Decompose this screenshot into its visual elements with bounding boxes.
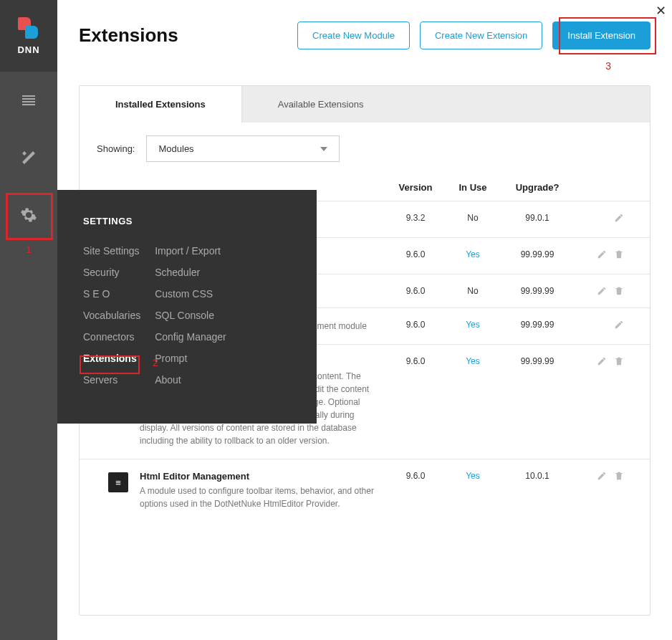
row-inuse: No	[467, 213, 478, 223]
filter-dropdown[interactable]: Modules	[146, 135, 340, 162]
col-inuse: In Use	[448, 182, 498, 193]
flyout-link-import-export[interactable]: Import / Export	[155, 245, 226, 257]
flyout-link-sql-console[interactable]: SQL Console	[155, 310, 226, 321]
svg-rect-0	[22, 95, 35, 97]
row-upgrade: 10.0.1	[498, 471, 577, 510]
flyout-link-servers[interactable]: Servers	[83, 374, 140, 386]
svg-rect-1	[22, 98, 35, 100]
highlight-label-2: 2	[153, 357, 158, 368]
tab-available[interactable]: Available Extensions	[242, 86, 400, 123]
highlight-label-3: 3	[605, 60, 611, 72]
row-inuse: No	[467, 286, 478, 296]
delete-icon[interactable]	[614, 471, 624, 481]
row-title: Html Editor Management	[140, 471, 383, 482]
create-module-button[interactable]: Create New Module	[297, 22, 410, 49]
col-upgrade: Upgrade?	[498, 182, 577, 193]
highlight-label-1: 1	[26, 244, 32, 255]
flyout-link-config-manager[interactable]: Config Manager	[155, 331, 226, 343]
svg-rect-3	[22, 104, 35, 105]
flyout-link-extensions[interactable]: Extensions	[83, 353, 140, 364]
edit-icon[interactable]	[614, 320, 624, 330]
edit-icon[interactable]	[597, 249, 607, 259]
flyout-link-scheduler[interactable]: Scheduler	[155, 267, 226, 278]
flyout-link-about[interactable]: About	[155, 374, 226, 386]
logo-text: DNN	[17, 44, 39, 55]
delete-icon[interactable]	[614, 356, 624, 366]
dnn-logo-icon	[18, 17, 39, 39]
sidebar-item-settings[interactable]	[0, 186, 57, 244]
flyout-link-prompt[interactable]: Prompt	[155, 353, 226, 364]
page-title: Extensions	[79, 24, 287, 47]
module-icon: ≡	[108, 472, 128, 492]
close-button[interactable]: ✕	[656, 3, 666, 19]
row-inuse[interactable]: Yes	[466, 356, 480, 366]
edit-icon[interactable]	[597, 471, 607, 481]
edit-icon[interactable]	[597, 356, 607, 366]
create-extension-button[interactable]: Create New Extension	[420, 22, 542, 49]
row-inuse[interactable]: Yes	[466, 249, 480, 259]
row-version: 9.6.0	[383, 320, 448, 333]
sidebar-item-tools[interactable]	[0, 129, 57, 186]
flyout-link-custom-css[interactable]: Custom CSS	[155, 288, 226, 300]
row-version: 9.6.0	[383, 356, 448, 447]
tab-installed[interactable]: Installed Extensions	[80, 85, 242, 123]
col-version: Version	[383, 182, 448, 193]
svg-rect-2	[22, 101, 35, 102]
settings-flyout: SETTINGS Site SettingsSecurityS E OVocab…	[57, 190, 317, 424]
filter-row: Showing: Modules	[80, 123, 650, 175]
delete-icon[interactable]	[614, 249, 624, 259]
row-description: A module used to configure toolbar items…	[140, 484, 383, 510]
flyout-link-security[interactable]: Security	[83, 267, 140, 278]
filter-value: Modules	[158, 143, 193, 154]
flyout-link-vocabularies[interactable]: Vocabularies	[83, 310, 140, 321]
row-upgrade: 99.99.99	[498, 356, 577, 447]
row-upgrade: 99.99.99	[498, 249, 577, 262]
delete-icon[interactable]	[614, 286, 624, 296]
chevron-down-icon	[320, 147, 327, 151]
row-upgrade: 99.0.1	[498, 213, 577, 226]
page-header: Extensions Create New Module Create New …	[57, 0, 672, 64]
flyout-link-connectors[interactable]: Connectors	[83, 331, 140, 343]
row-version: 9.6.0	[383, 286, 448, 296]
row-version: 9.6.0	[383, 249, 448, 262]
tab-bar: Installed Extensions Available Extension…	[80, 86, 650, 123]
gear-icon	[20, 206, 37, 224]
row-version: 9.6.0	[383, 471, 448, 510]
flyout-link-s-e-o[interactable]: S E O	[83, 288, 140, 300]
filter-label: Showing:	[97, 143, 135, 154]
install-extension-button[interactable]: Install Extension	[552, 22, 651, 49]
tools-icon	[20, 149, 37, 166]
row-upgrade: 99.99.99	[498, 320, 577, 333]
row-inuse[interactable]: Yes	[466, 320, 480, 330]
sidebar-item-content[interactable]	[0, 72, 57, 129]
row-inuse[interactable]: Yes	[466, 471, 480, 481]
row-upgrade: 99.99.99	[498, 286, 577, 296]
lines-icon	[20, 92, 37, 109]
flyout-link-site-settings[interactable]: Site Settings	[83, 245, 140, 257]
edit-icon[interactable]	[597, 286, 607, 296]
row-version: 9.3.2	[383, 213, 448, 226]
edit-icon[interactable]	[614, 213, 624, 223]
table-row: ≡Html Editor ManagementA module used to …	[80, 459, 650, 522]
logo-block: DNN	[0, 0, 57, 72]
flyout-title: SETTINGS	[83, 216, 291, 226]
admin-sidebar: DNN	[0, 0, 57, 640]
